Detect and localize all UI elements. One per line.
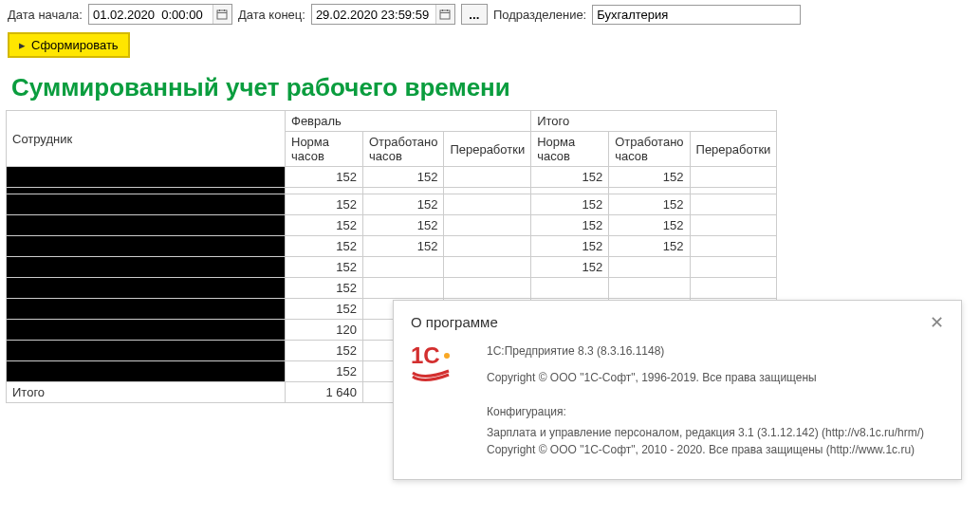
dept-label: Подразделение: xyxy=(493,8,586,22)
form-button-label: Сформировать xyxy=(31,38,119,52)
header-row-1: Сотрудник Февраль Итого xyxy=(7,111,777,132)
col-overtime-total: Переработки xyxy=(690,132,777,167)
col-worked: Отработано часов xyxy=(363,132,444,167)
action-row: ▸ Сформировать xyxy=(0,28,980,62)
period-select-button[interactable]: ... xyxy=(461,4,488,25)
form-button[interactable]: ▸ Сформировать xyxy=(8,32,130,58)
close-icon[interactable]: ✕ xyxy=(930,314,944,331)
employee-cell xyxy=(7,257,286,278)
col-month: Февраль xyxy=(286,111,531,132)
date-start-wrap xyxy=(88,4,232,25)
table-row: 152152152152 xyxy=(7,167,777,188)
col-employee: Сотрудник xyxy=(7,111,286,167)
svg-point-9 xyxy=(444,353,450,359)
table-row: 152152 xyxy=(7,257,777,278)
about-line2: Copyright © ООО "1С-Софт", 1996-2019. Вс… xyxy=(487,369,944,386)
filter-toolbar: Дата начала: Дата конец: ... Подразделен… xyxy=(0,0,980,28)
employee-cell xyxy=(7,320,286,341)
employee-cell xyxy=(7,215,286,236)
employee-cell xyxy=(7,278,286,299)
date-end-input[interactable] xyxy=(312,6,435,24)
logo-1c: 1C xyxy=(411,342,468,403)
col-total: Итого xyxy=(531,111,777,132)
date-start-input[interactable] xyxy=(89,6,213,24)
total-label: Итого xyxy=(7,382,286,403)
table-row: 152152152152 xyxy=(7,194,777,215)
employee-cell xyxy=(7,194,286,215)
date-start-calendar-button[interactable] xyxy=(213,5,231,24)
table-row: 152152152152 xyxy=(7,236,777,257)
svg-rect-4 xyxy=(440,10,450,19)
dept-input[interactable] xyxy=(592,5,801,25)
about-title: О программе xyxy=(411,314,498,330)
date-end-calendar-button[interactable] xyxy=(435,5,454,24)
date-end-wrap xyxy=(311,4,455,25)
employee-cell xyxy=(7,167,286,188)
about-dialog: О программе ✕ 1C 1С:Предприятие 8.3 (8.3… xyxy=(393,300,962,403)
play-icon: ▸ xyxy=(19,38,26,52)
svg-rect-0 xyxy=(217,10,227,19)
employee-cell xyxy=(7,236,286,257)
employee-cell xyxy=(7,188,286,194)
svg-text:1C: 1C xyxy=(411,342,440,368)
col-overtime: Переработки xyxy=(444,132,531,167)
col-norm-total: Норма часов xyxy=(531,132,609,167)
employee-cell xyxy=(7,341,286,361)
table-row xyxy=(7,188,777,194)
calendar-icon xyxy=(439,9,451,20)
total-norm: 1 640 xyxy=(286,382,363,403)
employee-cell xyxy=(7,299,286,320)
about-line1: 1С:Предприятие 8.3 (8.3.16.1148) xyxy=(487,342,944,360)
date-end-label: Дата конец: xyxy=(238,8,305,22)
col-norm: Норма часов xyxy=(286,132,363,167)
table-row: 152152152152 xyxy=(7,215,777,236)
table-row: 152 xyxy=(7,278,777,299)
col-worked-total: Отработано часов xyxy=(609,132,690,167)
date-start-label: Дата начала: xyxy=(8,8,83,22)
employee-cell xyxy=(7,361,286,382)
report-title: Суммированный учет рабочего времени xyxy=(0,62,980,110)
about-text: 1С:Предприятие 8.3 (8.3.16.1148) Copyrig… xyxy=(487,342,944,403)
calendar-icon xyxy=(216,9,228,20)
